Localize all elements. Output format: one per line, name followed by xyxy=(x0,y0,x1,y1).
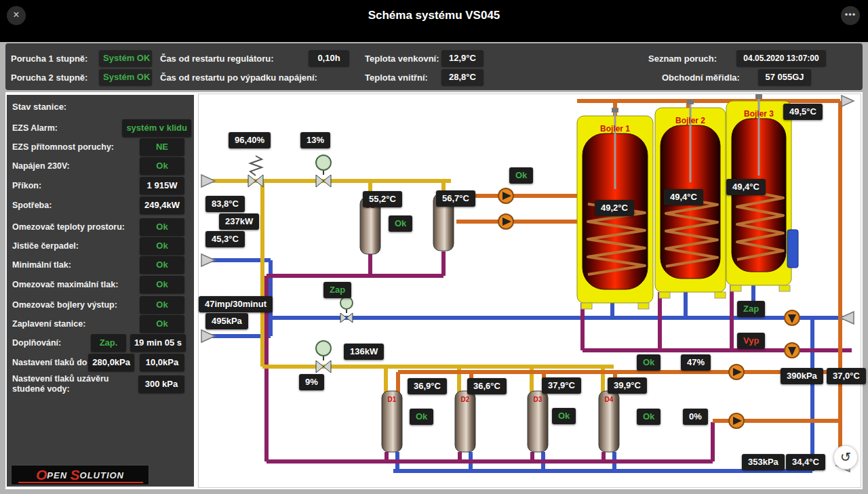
indoor-temp-label: Teplota vnitřní: xyxy=(365,73,428,83)
exchanger-lower-1-temp: 36,9°C xyxy=(408,378,447,394)
cold-water-valve-value[interactable]: 300 kPa xyxy=(138,375,184,393)
billing-meters-value[interactable]: 57 055GJ xyxy=(758,69,811,85)
circ-pump-2-status[interactable]: Ok xyxy=(637,409,660,425)
fault-list-value[interactable]: 04.05.2020 13:07:00 xyxy=(736,50,826,66)
system-schematic: D1 D2 D1 D2 D3 D4 xyxy=(198,94,861,488)
row-boiler-output-limiter: Omezovač bojlery výstup: Ok xyxy=(7,296,194,314)
flow-arrow-out-top xyxy=(842,96,854,106)
boiler-pump-status[interactable]: Ok xyxy=(509,167,533,184)
pump-circulation-2[interactable] xyxy=(729,413,744,428)
exchanger-lower-2: D2 xyxy=(455,391,475,452)
primary-return-temp: 45,3°C xyxy=(205,231,245,247)
billing-meters-label: Obchodní měřidla: xyxy=(662,73,740,83)
pump-return-vyp[interactable] xyxy=(785,343,800,358)
cold-water-valve-label: Nastevení tlaků uzávěru studené vody: xyxy=(12,374,127,394)
boiler-3-temp: 49,4°C xyxy=(726,179,766,195)
water-meter-pressure: 495kPa xyxy=(205,313,248,329)
pump-cold-zap[interactable] xyxy=(785,310,800,325)
primary-power: 237kW xyxy=(219,213,259,230)
indoor-temp-value: 28,8°C xyxy=(441,69,484,85)
outlet-pressure: 390kPa xyxy=(781,368,823,384)
return-pump-state[interactable]: Vyp xyxy=(737,333,765,349)
bottom-temp: 34,4°C xyxy=(786,454,825,470)
exchanger-upper-status[interactable]: Ok xyxy=(389,215,412,232)
exchanger-lower-1-id: D1 xyxy=(388,396,397,403)
circ-pump-1-status[interactable]: Ok xyxy=(637,354,660,371)
safety-valve-position: 96,40% xyxy=(229,132,271,148)
outlet-temp: 37,0°C xyxy=(827,368,866,384)
row-max-pressure-limiter: Omezovač maximální tlak: Ok xyxy=(7,276,194,293)
input-power-value: 1 915W xyxy=(140,177,184,194)
title-bar: × Schéma systému VS045 ••• xyxy=(0,0,868,42)
restart-time-label: Čas od restartu regulátoru: xyxy=(160,54,274,64)
content-frame: Stav stanice: EZS Alarm: systém v klidu … xyxy=(5,92,863,489)
row-refill-pressures: Nastavení tlaků do 280,0kPa 10,0kPa xyxy=(7,354,194,371)
min-pressure-value: Ok xyxy=(140,256,184,274)
sidebar-title: Stav stanice: xyxy=(12,102,66,112)
secondary-valve-position: 9% xyxy=(299,374,324,390)
power-fail-restart-label: Čas od restartu po výpadku napájení: xyxy=(160,73,317,83)
row-ezs-alarm: EZS Alarm: systém v klidu xyxy=(7,119,194,137)
fault-list-label: Seznam poruch: xyxy=(648,54,717,64)
consumption-value: 249,4kW xyxy=(140,197,184,214)
exchanger-lower-status-2[interactable]: Ok xyxy=(552,408,576,424)
pump-boiler-2[interactable] xyxy=(498,214,513,229)
restart-time-value: 0,10h xyxy=(309,50,349,66)
boiler-3-label: Bojler 3 xyxy=(744,109,774,119)
outdoor-temp-label: Teplota venkovní: xyxy=(365,54,439,64)
cold-pump-state[interactable]: Zap xyxy=(737,301,765,317)
exchanger-lower-status-1[interactable]: Ok xyxy=(410,409,433,425)
station-flood-value: Ok xyxy=(140,315,184,333)
boiler-output-limiter-value: Ok xyxy=(140,296,184,314)
flow-arrow-in-1 xyxy=(201,175,215,187)
circ-pump-2-speed: 0% xyxy=(683,409,708,425)
fill-valve-state[interactable]: Zap xyxy=(323,282,351,298)
piping-diagram: D1 D2 D1 D2 D3 D4 xyxy=(199,94,861,487)
refill-pressure-2[interactable]: 10,0kPa xyxy=(140,354,184,371)
logo-s: S xyxy=(71,467,80,483)
refresh-icon[interactable]: ↺ xyxy=(833,445,858,470)
exchanger-upper-1-temp: 55,2°C xyxy=(363,191,402,207)
fault2-value: Systém OK xyxy=(99,69,152,85)
bottom-pressure: 353kPa xyxy=(742,454,785,470)
control-valve-position: 13% xyxy=(300,132,330,148)
logo-underline xyxy=(18,482,143,483)
power-230-value: Ok xyxy=(140,157,184,175)
fault1-value: Systém OK xyxy=(99,50,152,66)
refill-pressure-1[interactable]: 280,0kPa xyxy=(88,354,134,371)
row-min-pressure: Minimální tlak: Ok xyxy=(7,256,194,274)
row-room-temp-limiter: Omezovač teploty prostoru: Ok xyxy=(7,218,194,236)
exchanger-lower-4-temp: 39,9°C xyxy=(608,377,647,394)
exchanger-lower-4: D4 xyxy=(599,391,619,452)
pump-boiler-1[interactable] xyxy=(498,188,513,203)
exchanger-lower-3-temp: 37,9°C xyxy=(542,377,581,394)
max-pressure-limiter-value: Ok xyxy=(140,276,184,293)
ezs-alarm-value: systém v klidu xyxy=(122,119,191,137)
pump-circulation-1[interactable] xyxy=(729,365,744,379)
secondary-power: 136kW xyxy=(344,344,384,360)
exchanger-upper-2-temp: 56,7°C xyxy=(436,190,475,207)
exchanger-lower-2-temp: 36,6°C xyxy=(467,378,507,394)
boiler-3-flange xyxy=(787,230,798,268)
status-header: Porucha 1 stupně: Systém OK Čas od resta… xyxy=(5,43,863,90)
row-station-flood: Zaplavení stanice: Ok xyxy=(7,315,194,333)
row-pump-breakers: Jističe čerpadel: Ok xyxy=(7,237,194,255)
boiler-1-temp: 49,2°C xyxy=(595,200,634,216)
open-solution-logo: OPEN SOLUTION xyxy=(11,465,149,485)
primary-in-temp: 83,8°C xyxy=(205,196,245,212)
exchanger-lower-4-id: D4 xyxy=(605,396,614,403)
ezs-fault-value: NE xyxy=(140,138,184,156)
exchanger-lower-3-id: D3 xyxy=(534,396,542,403)
refill-time: 19 min 05 s xyxy=(130,334,186,352)
menu-dots-icon[interactable]: ••• xyxy=(841,6,860,25)
flow-arrow-in-3 xyxy=(201,330,215,342)
row-input-power: Příkon: 1 915W xyxy=(7,177,194,194)
flow-arrow-in-2 xyxy=(201,254,215,266)
logo-o: O xyxy=(36,467,47,483)
refill-state[interactable]: Zap. xyxy=(91,334,126,352)
exchanger-lower-2-id: D2 xyxy=(461,396,470,403)
row-consumption: Spotřeba: 249,4kW xyxy=(7,197,194,214)
outdoor-temp-value: 12,9°C xyxy=(441,50,484,66)
row-power-230: Napájen 230V: Ok xyxy=(7,157,194,175)
exchanger-lower-1: D1 xyxy=(382,391,402,452)
